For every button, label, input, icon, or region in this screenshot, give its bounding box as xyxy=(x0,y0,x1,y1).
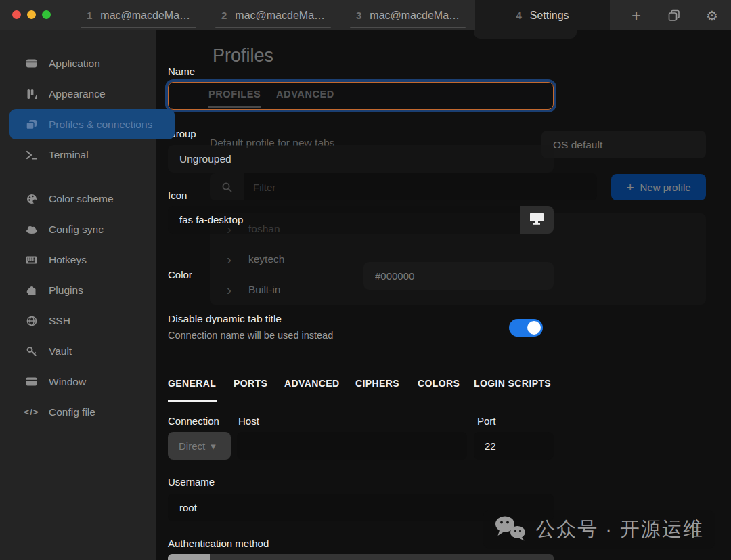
wechat-icon xyxy=(494,515,527,544)
port-label: Port xyxy=(477,415,496,427)
palette-icon xyxy=(24,194,39,204)
terminal-tab-2[interactable]: 2 mac@macdeMa… xyxy=(206,0,340,30)
sidebar-item-config-sync[interactable]: Config sync xyxy=(0,214,156,244)
settings-sidebar: Application Appearance Profiles & connec… xyxy=(0,30,156,560)
sidebar-item-label: Appearance xyxy=(49,88,106,100)
dynamic-tab-title-description: Connection name will be used instead xyxy=(168,330,333,341)
dynamic-tab-title-label: Disable dynamic tab title xyxy=(168,313,282,325)
sidebar-item-hotkeys[interactable]: Hotkeys xyxy=(0,244,156,275)
chevron-down-icon: ▾ xyxy=(211,440,216,452)
window-icon xyxy=(24,376,39,387)
cloud-icon xyxy=(24,224,39,235)
sidebar-item-ssh[interactable]: SSH xyxy=(0,305,156,336)
color-label: Color xyxy=(168,269,192,280)
toggle-knob xyxy=(527,321,541,335)
watermark: 公众号 · 开源运维 xyxy=(483,510,715,549)
sidebar-item-profiles-connections[interactable]: Profiles & connections xyxy=(9,109,175,139)
segment-selected[interactable] xyxy=(168,554,210,560)
appearance-icon xyxy=(24,89,39,100)
terminal-icon xyxy=(24,150,39,160)
code-icon: </> xyxy=(24,407,39,418)
icon-input[interactable]: fas fa-desktop xyxy=(168,206,554,234)
modal-tab-colors[interactable]: COLORS xyxy=(418,378,460,389)
authentication-method-label: Authentication method xyxy=(168,538,269,549)
gear-icon[interactable]: ⚙ xyxy=(693,0,731,30)
duplicate-tab-icon[interactable] xyxy=(655,0,693,30)
port-input[interactable]: 22 xyxy=(474,432,554,460)
terminal-tab-3[interactable]: 3 mac@macdeMa… xyxy=(340,0,475,30)
icon-preview-button[interactable] xyxy=(520,206,554,234)
watermark-text: 公众号 · 开源运维 xyxy=(535,516,704,543)
sidebar-item-color-scheme[interactable]: Color scheme xyxy=(0,184,156,214)
key-icon xyxy=(24,346,39,357)
modal-tab-advanced[interactable]: ADVANCED xyxy=(284,378,340,389)
sidebar-item-label: Window xyxy=(49,376,86,388)
tab-number: 3 xyxy=(356,9,361,21)
authentication-method-segmented-control[interactable] xyxy=(168,554,554,560)
sidebar-item-label: Plugins xyxy=(49,284,83,297)
username-value: root xyxy=(179,502,197,513)
sidebar-item-window[interactable]: Window xyxy=(0,366,156,397)
zoom-window-button[interactable] xyxy=(42,10,51,19)
sidebar-item-label: Terminal xyxy=(49,149,89,161)
tab-number: 2 xyxy=(221,9,227,21)
keyboard-icon xyxy=(24,255,39,265)
tab-activity-bar xyxy=(215,27,331,28)
icon-label: Icon xyxy=(168,190,187,201)
app-window: 1 mac@macdeMa… 2 mac@macdeMa… 3 mac@macd… xyxy=(0,0,731,560)
tab-activity-bar xyxy=(350,27,466,28)
terminal-tab-1[interactable]: 1 mac@macdeMa… xyxy=(71,0,206,30)
sidebar-item-label: Config file xyxy=(49,406,95,418)
icon-value: fas fa-desktop xyxy=(179,214,243,225)
modal-tab-general[interactable]: GENERAL xyxy=(168,378,216,389)
tab-title: mac@macdeMa… xyxy=(235,9,325,22)
tab-activity-bar xyxy=(81,27,196,28)
sidebar-item-vault[interactable]: Vault xyxy=(0,336,156,366)
close-window-button[interactable] xyxy=(12,10,21,19)
sidebar-item-label: Color scheme xyxy=(49,193,114,205)
sidebar-item-label: Hotkeys xyxy=(49,254,87,266)
modal-tab-login-scripts[interactable]: LOGIN SCRIPTS xyxy=(474,378,551,389)
connection-select[interactable]: Direct ▾ xyxy=(168,432,231,460)
username-label: Username xyxy=(168,476,215,488)
host-input[interactable] xyxy=(237,432,467,460)
sidebar-item-label: Profiles & connections xyxy=(49,119,152,131)
edit-profile-modal: Name Group Ungrouped Icon fas fa-desktop… xyxy=(156,30,731,560)
new-tab-button[interactable]: + xyxy=(617,0,655,30)
name-input[interactable] xyxy=(168,82,554,110)
tab-number: 1 xyxy=(87,9,92,21)
dynamic-tab-title-toggle[interactable] xyxy=(509,319,543,337)
puzzle-icon xyxy=(24,285,39,296)
connection-value: Direct xyxy=(179,440,205,452)
sidebar-item-application[interactable]: Application xyxy=(0,48,156,79)
settings-content: Profiles PROFILES ADVANCED Default profi… xyxy=(156,30,731,560)
globe-icon xyxy=(24,316,39,326)
sidebar-item-terminal[interactable]: Terminal xyxy=(0,139,156,170)
sidebar-item-plugins[interactable]: Plugins xyxy=(0,275,156,305)
sidebar-item-label: SSH xyxy=(49,315,70,327)
title-bar: 1 mac@macdeMa… 2 mac@macdeMa… 3 mac@macd… xyxy=(0,0,731,30)
minimize-window-button[interactable] xyxy=(27,10,36,19)
sidebar-item-appearance[interactable]: Appearance xyxy=(0,79,156,109)
application-icon xyxy=(24,58,39,69)
modal-active-tab-underline xyxy=(168,400,217,402)
sidebar-item-label: Config sync xyxy=(49,223,104,236)
profiles-icon xyxy=(24,119,39,130)
modal-tab-ports[interactable]: PORTS xyxy=(234,378,267,389)
group-value: Ungrouped xyxy=(179,153,231,165)
active-tab-extension xyxy=(474,30,577,39)
group-select[interactable]: Ungrouped xyxy=(168,145,554,173)
tab-title: Settings xyxy=(530,9,569,22)
sidebar-item-label: Vault xyxy=(49,345,72,358)
settings-tab[interactable]: 4 Settings xyxy=(475,0,610,30)
host-label: Host xyxy=(238,415,259,427)
sidebar-item-label: Application xyxy=(49,58,100,70)
tab-title: mac@macdeMa… xyxy=(370,9,460,22)
sidebar-item-config-file[interactable]: </> Config file xyxy=(0,397,156,427)
segment-rest[interactable] xyxy=(210,554,554,560)
color-input[interactable] xyxy=(363,262,554,290)
modal-tab-ciphers[interactable]: CIPHERS xyxy=(355,378,399,389)
terminal-tab-strip: 1 mac@macdeMa… 2 mac@macdeMa… 3 mac@macd… xyxy=(71,0,610,30)
connection-label: Connection xyxy=(168,415,219,427)
desktop-icon xyxy=(529,212,544,228)
